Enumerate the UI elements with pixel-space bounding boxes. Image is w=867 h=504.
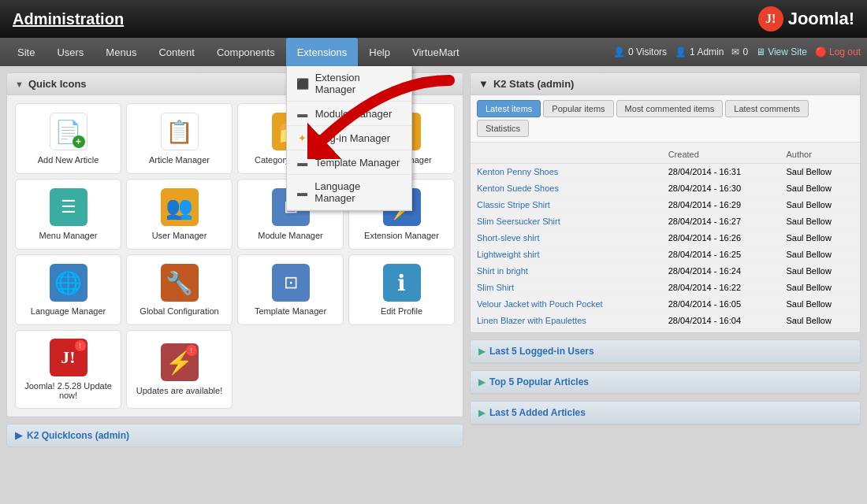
main-content: ▼ Quick Icons 📄 + Add New Article bbox=[0, 66, 867, 504]
nav-users[interactable]: Users bbox=[46, 38, 95, 66]
item-title-link[interactable]: Short-sleve shirt bbox=[477, 233, 539, 243]
edit-profile-icon: ℹ bbox=[383, 264, 421, 302]
expand-icon: ▶ bbox=[478, 346, 485, 357]
item-created-cell: 28/04/2014 - 16:04 bbox=[662, 313, 780, 329]
add-article-icon: 📄 + bbox=[50, 113, 87, 150]
dd-module-manager[interactable]: ▬ Module Manager bbox=[287, 102, 411, 126]
item-author-cell: Saul Bellow bbox=[780, 313, 860, 329]
icon-updates-available[interactable]: ⚡ ! Updates are available! bbox=[126, 330, 233, 409]
item-created-cell: 28/04/2014 - 16:29 bbox=[662, 197, 780, 213]
nav-virtuemart[interactable]: VirtueMart bbox=[401, 38, 471, 66]
tab-statistics[interactable]: Statistics bbox=[477, 120, 529, 137]
nav-extensions[interactable]: Extensions ⬛ Extension Manager ▬ Module … bbox=[286, 38, 359, 66]
k2-tabs: Latest items Popular items Most commente… bbox=[471, 95, 860, 143]
table-row: Kenton Suede Shoes 28/04/2014 - 16:30 Sa… bbox=[471, 180, 860, 197]
menu-manager-label: Menu Manager bbox=[39, 231, 98, 240]
icon-menu-manager[interactable]: ☰ Menu Manager bbox=[15, 179, 121, 250]
icon-global-configuration[interactable]: 🔧 Global Configuration bbox=[126, 254, 233, 325]
dd-extension-manager-label: Extension Manager bbox=[315, 72, 402, 95]
module-manager-label: Module Manager bbox=[258, 231, 323, 240]
nav-components[interactable]: Components bbox=[206, 38, 286, 66]
monitor-icon: 🖥 bbox=[756, 46, 765, 57]
k2-table-container: Created Author Kenton Penny Shoes 28/04/… bbox=[471, 143, 860, 332]
k2-quickicons-header[interactable]: ▶ K2 QuickIcons (admin) bbox=[7, 424, 463, 447]
top-popular-header[interactable]: ▶ Top 5 Popular Articles bbox=[471, 371, 860, 394]
header: Administration J! Joomla! bbox=[0, 0, 867, 38]
user-manager-label: User Manager bbox=[152, 231, 207, 240]
admin-label: 1 Admin bbox=[690, 46, 724, 57]
dd-plugin-manager[interactable]: ✦ Plug-in Manager bbox=[287, 126, 411, 150]
extension-manager-label: Extension Manager bbox=[364, 231, 439, 240]
item-title-cell: Kenton Penny Shoes bbox=[471, 164, 662, 180]
visitors-count: 👤 0 Visitors bbox=[613, 46, 667, 57]
icon-user-manager[interactable]: 👥 User Manager bbox=[126, 179, 233, 250]
k2-stats-title: K2 Stats (admin) bbox=[493, 78, 575, 90]
admin-icon: 👤 bbox=[675, 46, 687, 57]
item-title-link[interactable]: Slim Seersucker Shirt bbox=[477, 217, 560, 226]
item-created-cell: 28/04/2014 - 16:24 bbox=[662, 263, 780, 280]
view-site-link[interactable]: 🖥 View Site bbox=[756, 46, 807, 57]
nav-content[interactable]: Content bbox=[147, 38, 206, 66]
last-logged-in-header[interactable]: ▶ Last 5 Logged-in Users bbox=[471, 340, 860, 363]
item-created-cell: 28/04/2014 - 16:25 bbox=[662, 246, 780, 263]
dd-language-manager-label: Language Manager bbox=[314, 180, 401, 204]
message-number: 0 bbox=[742, 46, 748, 57]
k2-quickicons-toggle: ▶ bbox=[15, 430, 22, 441]
table-row: Lightweight shirt 28/04/2014 - 16:25 Sau… bbox=[471, 246, 860, 263]
tab-popular-items[interactable]: Popular items bbox=[543, 100, 613, 117]
joomla-icon: J! bbox=[758, 6, 783, 32]
last-logged-in-label: Last 5 Logged-in Users bbox=[489, 346, 594, 357]
icon-language-manager[interactable]: 🌐 Language Manager bbox=[15, 254, 121, 325]
tab-most-commented[interactable]: Most commented items bbox=[616, 100, 724, 117]
icon-edit-profile[interactable]: ℹ Edit Profile bbox=[348, 254, 455, 325]
toggle-icon[interactable]: ▼ bbox=[15, 80, 24, 89]
module-manager-icon: ▬ bbox=[296, 107, 309, 120]
dd-template-manager[interactable]: ▬ Template Manager bbox=[287, 150, 411, 175]
item-title-link[interactable]: Shirt in bright bbox=[477, 266, 528, 276]
item-created-cell: 28/04/2014 - 16:26 bbox=[662, 230, 780, 246]
item-author-cell: Saul Bellow bbox=[780, 263, 860, 280]
joomla-update-label: Joomla! 2.5.28 Update now! bbox=[20, 381, 116, 400]
icon-add-new-article[interactable]: 📄 + Add New Article bbox=[15, 103, 121, 174]
col-title bbox=[471, 146, 662, 164]
article-manager-label: Article Manager bbox=[149, 155, 210, 165]
dd-plugin-manager-label: Plug-in Manager bbox=[315, 132, 390, 144]
last-added-header[interactable]: ▶ Last 5 Added Articles bbox=[471, 402, 860, 424]
tab-latest-comments[interactable]: Latest comments bbox=[725, 100, 809, 117]
dd-module-manager-label: Module Manager bbox=[315, 108, 393, 120]
dd-extension-manager[interactable]: ⬛ Extension Manager bbox=[287, 66, 411, 102]
nav-site[interactable]: Site bbox=[6, 38, 46, 66]
k2-items-table: Created Author Kenton Penny Shoes 28/04/… bbox=[471, 146, 860, 329]
template-manager-icon: ▬ bbox=[296, 156, 309, 169]
item-title-link[interactable]: Classic Stripe Shirt bbox=[477, 200, 550, 209]
item-title-cell: Short-sleve shirt bbox=[471, 230, 662, 246]
icon-joomla-update[interactable]: J! ! Joomla! 2.5.28 Update now! bbox=[15, 330, 121, 409]
item-title-link[interactable]: Kenton Penny Shoes bbox=[477, 167, 558, 176]
table-row: Linen Blazer with Epaulettes 28/04/2014 … bbox=[471, 313, 860, 329]
col-author: Author bbox=[780, 146, 860, 164]
language-manager-icon-qi: 🌐 bbox=[50, 264, 87, 302]
global-configuration-label: Global Configuration bbox=[140, 306, 218, 316]
icon-article-manager[interactable]: 📋 Article Manager bbox=[126, 103, 233, 174]
item-title-cell: Shirt in bright bbox=[471, 263, 662, 280]
icon-template-manager[interactable]: ⊡ Template Manager bbox=[237, 254, 344, 325]
nav-help[interactable]: Help bbox=[358, 38, 401, 66]
item-title-link[interactable]: Kenton Suede Shoes bbox=[477, 183, 559, 193]
item-author-cell: Saul Bellow bbox=[780, 230, 860, 246]
nav-menus[interactable]: Menus bbox=[95, 38, 147, 66]
logout-icon: 🔴 bbox=[815, 46, 827, 57]
table-row: Slim Shirt 28/04/2014 - 16:22 Saul Bello… bbox=[471, 280, 860, 296]
visitors-icon: 👤 bbox=[613, 46, 625, 57]
dd-language-manager[interactable]: ▬ Language Manager bbox=[287, 175, 411, 210]
item-title-link[interactable]: Linen Blazer with Epaulettes bbox=[477, 316, 586, 325]
logout-button[interactable]: 🔴 Log out bbox=[815, 46, 861, 57]
item-title-link[interactable]: Lightweight shirt bbox=[477, 250, 540, 259]
table-row: Velour Jacket with Pouch Pocket 28/04/20… bbox=[471, 296, 860, 313]
extensions-dropdown: ⬛ Extension Manager ▬ Module Manager ✦ P… bbox=[286, 66, 412, 211]
joomla-brand: Joomla! bbox=[788, 9, 854, 29]
item-title-link[interactable]: Slim Shirt bbox=[477, 283, 514, 292]
item-title-link[interactable]: Velour Jacket with Pouch Pocket bbox=[477, 299, 603, 309]
add-article-label: Add New Article bbox=[38, 155, 99, 165]
tab-latest-items[interactable]: Latest items bbox=[477, 100, 541, 117]
item-author-cell: Saul Bellow bbox=[780, 180, 860, 197]
